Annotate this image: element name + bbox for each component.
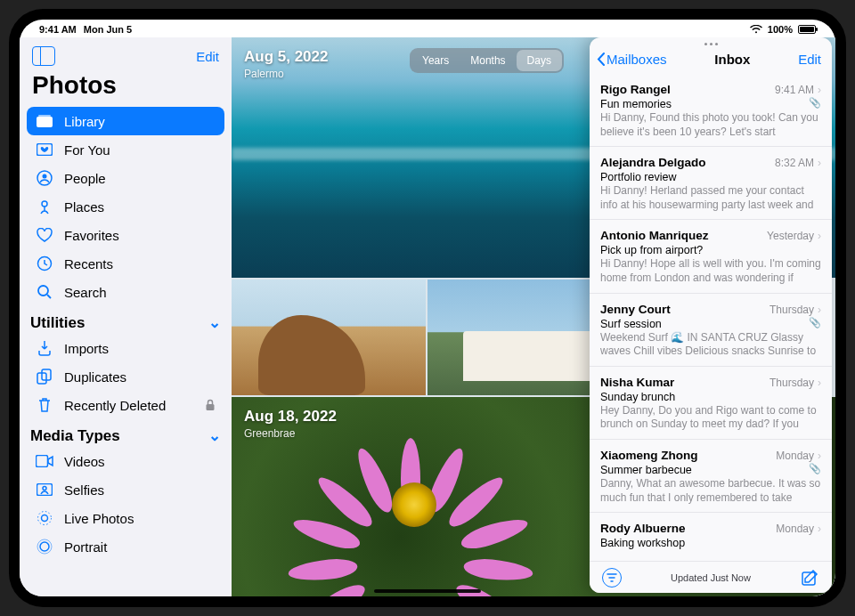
mail-filter-button[interactable] [602,568,622,588]
sidebar-item-label: Portrait [64,539,107,555]
mail-edit-button[interactable]: Edit [798,52,821,67]
chevron-right-icon: › [818,304,821,316]
sidebar-item-label: Places [64,199,104,215]
lock-icon [205,399,216,411]
photos-sidebar: Edit Photos Library For You People [20,37,232,596]
chevron-right-icon: › [818,230,821,242]
sidebar-item-search[interactable]: Search [27,278,224,306]
photo-group-header: Aug 5, 2022 Palermo [244,48,329,80]
mail-message-row[interactable]: Rody AlbuerneMonday› Baking workshop [590,513,832,556]
mail-title: Inbox [714,52,750,67]
segment-days[interactable]: Days [517,50,562,71]
mail-toolbar: Updated Just Now [590,561,832,593]
attachment-icon: 📎 [809,97,821,109]
sidebar-item-label: Imports [64,341,109,356]
photo-thumbnail[interactable] [232,280,426,395]
mail-slideover[interactable]: Mailboxes Inbox Edit Rigo Rangel9:41 AM›… [590,37,832,593]
segment-months[interactable]: Months [460,50,516,71]
sidebar-item-duplicates[interactable]: Duplicates [27,362,224,391]
svg-rect-1 [38,115,51,117]
sidebar-item-places[interactable]: Places [27,192,224,221]
sidebar-item-label: Videos [64,454,105,469]
mail-message-row[interactable]: Rigo Rangel9:41 AM› Fun memories Hi Dann… [590,74,832,147]
livephotos-icon [36,509,53,527]
chevron-right-icon: › [818,377,821,389]
photo-group-header: Aug 18, 2022 Greenbrae [244,408,337,440]
battery-icon [798,25,816,34]
sidebar-main-list: Library For You People Places [20,107,232,306]
sidebar-item-videos[interactable]: Videos [27,447,224,475]
status-bar: 9:41 AM Mon Jun 5 100% [20,20,835,37]
svg-point-7 [38,286,48,296]
sidebar-item-library[interactable]: Library [27,107,224,135]
mail-message-row[interactable]: Antonio ManriquezYesterday› Pick up from… [590,220,832,293]
chevron-right-icon: › [818,450,821,462]
sidebar-edit-button[interactable]: Edit [196,49,219,64]
svg-rect-0 [37,117,53,127]
screen: 9:41 AM Mon Jun 5 100% Edit Photos [20,20,835,596]
sidebar-section-utilities[interactable]: Utilities ⌄ [20,306,232,334]
chevron-down-icon: ⌄ [208,313,221,332]
people-icon [36,169,53,187]
slideover-grabber[interactable] [590,37,832,50]
chevron-right-icon: › [818,523,821,535]
wifi-icon [750,25,762,34]
sidebar-item-selfies[interactable]: Selfies [27,475,224,504]
sidebar-item-recents[interactable]: Recents [27,249,224,278]
mail-message-row[interactable]: Xiaomeng ZhongMonday› Summer barbecue Da… [590,440,832,513]
ipad-frame: 9:41 AM Mon Jun 5 100% Edit Photos [9,9,846,607]
mail-message-row[interactable]: Alejandra Delgado8:32 AM› Portfolio revi… [590,147,832,220]
battery-pct: 100% [768,24,793,35]
mail-status-text: Updated Just Now [671,572,751,583]
sidebar-item-label: Live Photos [64,511,134,526]
svg-point-5 [42,201,47,207]
status-date: Mon Jun 5 [84,24,132,35]
mail-compose-button[interactable] [800,568,819,588]
sidebar-item-people[interactable]: People [27,164,224,192]
segment-years[interactable]: Years [411,50,460,71]
svg-rect-10 [207,404,215,410]
sidebar-item-label: People [64,171,106,186]
import-icon [36,339,53,357]
time-scale-segmented-control[interactable]: Years Months Days [410,48,564,73]
sidebar-item-recently-deleted[interactable]: Recently Deleted [27,391,224,419]
attachment-icon: 📎 [809,317,821,328]
svg-point-4 [43,174,47,179]
home-indicator[interactable] [374,589,481,593]
sidebar-section-media-types[interactable]: Media Types ⌄ [20,419,232,447]
sidebar-item-portrait[interactable]: Portrait [27,532,224,561]
sidebar-item-label: Selfies [64,482,104,498]
sidebar-item-label: For You [64,142,110,158]
sidebar-item-label: Recently Deleted [64,398,166,413]
mail-back-button[interactable]: Mailboxes [597,52,667,67]
svg-point-14 [42,515,48,522]
sidebar-item-imports[interactable]: Imports [27,334,224,362]
foryou-icon [36,141,53,158]
heart-icon [36,226,53,244]
mail-message-list[interactable]: Rigo Rangel9:41 AM› Fun memories Hi Dann… [590,74,832,561]
sidebar-item-label: Search [64,285,107,300]
trash-icon [36,396,53,414]
sidebar-item-favorites[interactable]: Favorites [27,221,224,249]
svg-point-16 [40,542,49,551]
sidebar-item-label: Favorites [64,228,119,243]
chevron-right-icon: › [818,84,821,96]
selfies-icon [36,481,53,498]
mail-message-row[interactable]: Jenny CourtThursday› Surf session Weeken… [590,294,832,367]
clock-icon [36,255,53,272]
attachment-icon: 📎 [809,463,821,474]
sidebar-item-live-photos[interactable]: Live Photos [27,504,224,532]
library-icon [36,112,53,130]
duplicates-icon [36,368,53,385]
chevron-down-icon: ⌄ [208,426,221,445]
sidebar-item-label: Duplicates [64,369,126,385]
mail-message-row[interactable]: Nisha KumarThursday› Sunday brunch Hey D… [590,367,832,440]
svg-point-15 [38,512,52,525]
svg-point-13 [43,487,46,490]
chevron-right-icon: › [818,157,821,169]
portrait-icon [36,538,53,555]
chevron-left-icon [597,53,605,66]
video-icon [36,452,53,470]
sidebar-item-foryou[interactable]: For You [27,135,224,164]
sidebar-toggle-button[interactable] [32,46,55,66]
